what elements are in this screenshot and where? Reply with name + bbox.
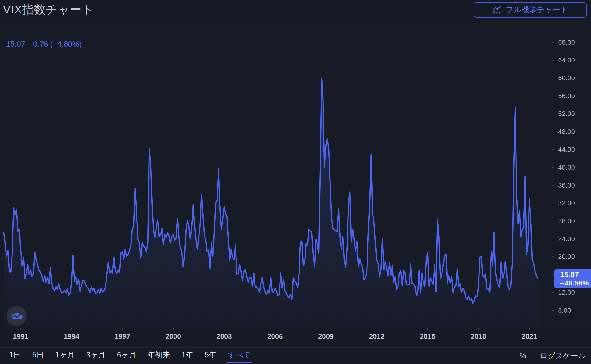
x-axis-label: 2003 [216,332,232,340]
y-axis-tick [552,292,554,293]
y-axis-tick [552,185,554,186]
y-axis-label: 36.00 [558,182,575,189]
range-button-3ヶ月[interactable]: 3ヶ月 [86,348,106,363]
x-axis-tick [427,328,428,330]
y-axis-label: 28.00 [558,217,575,225]
range-button-5日[interactable]: 5日 [32,348,44,363]
x-axis-tick [377,328,377,330]
bottom-toolbar: 1日5日1ヶ月3ヶ月6ヶ月年初来1年5年すべて % ログスケール [0,348,591,364]
y-axis-label: 8.00 [558,307,571,314]
y-axis-label: 64.00 [558,56,575,64]
series-line [4,78,538,304]
x-axis-label: 2012 [369,332,385,340]
range-button-1日[interactable]: 1日 [9,348,21,363]
last-price-change-pct: −40.58% [560,279,591,287]
y-axis-label: 48.00 [558,128,575,136]
quote-summary: 15.07−0.76 (−4.80%) [6,40,85,48]
y-axis-tick [552,203,554,203]
y-axis-label: 60.00 [558,74,575,82]
range-button-5年[interactable]: 5年 [204,348,217,363]
x-axis-label: 2015 [420,332,436,340]
y-axis-label: 40.00 [558,163,575,171]
y-axis-tick [552,256,554,257]
x-axis-tick [122,328,123,330]
full-chart-button[interactable]: フル機能チャート [474,2,587,18]
x-axis-label: 2018 [471,332,486,340]
y-axis-label: 24.00 [558,235,575,243]
x-axis-tick [20,328,21,330]
log-scale-button[interactable]: ログスケール [540,351,586,361]
range-button-すべて[interactable]: すべて [227,348,251,363]
vix-chart-widget: VIX指数チャート フル機能チャート [0,0,591,364]
x-axis-tick [326,328,326,330]
page-title: VIX指数チャート [3,2,94,17]
x-axis-label: 2021 [522,332,537,340]
y-axis-label: 68.00 [558,39,575,46]
price-line-chart[interactable] [0,23,591,328]
x-axis-label: 1991 [13,332,29,340]
y-axis-tick [552,239,554,239]
y-axis-label: 32.00 [558,199,575,207]
x-axis-label: 2009 [318,332,334,340]
y-axis-tick [552,274,554,275]
y-axis-label: 20.00 [558,253,575,260]
y-axis-label: 52.00 [558,110,575,118]
range-selector: 1日5日1ヶ月3ヶ月6ヶ月年初来1年5年すべて [9,348,251,363]
y-axis-tick [552,132,554,132]
y-axis-tick [552,167,554,168]
y-axis-tick [552,96,554,96]
x-axis-tick [71,328,72,330]
y-axis-tick [552,114,554,114]
x-axis-tick [275,328,275,330]
quote-change: −0.76 (−4.80%) [29,40,82,48]
header: VIX指数チャート フル機能チャート [0,0,591,23]
range-button-1ヶ月[interactable]: 1ヶ月 [55,348,75,363]
x-axis-tick [529,328,530,330]
y-axis-tick [552,149,554,150]
chart-icon [492,5,502,15]
x-axis-label: 1997 [115,332,130,340]
y-axis-tick [552,310,554,311]
range-button-1年[interactable]: 1年 [181,348,193,363]
x-axis-line [0,328,591,328]
y-axis-tick [552,221,554,221]
full-chart-button-label: フル機能チャート [506,5,568,15]
cloud-chart-logo-icon [10,309,23,323]
series-area-fill [4,78,538,328]
range-button-6ヶ月[interactable]: 6ヶ月 [116,348,137,363]
quote-last-price: 15.07 [6,40,25,48]
x-axis-tick [478,328,479,330]
y-axis-label: 44.00 [558,146,575,153]
x-axis-label: 1994 [64,332,79,340]
x-axis-label: 2000 [166,332,181,340]
range-button-年初来[interactable]: 年初来 [147,348,170,363]
y-axis-tick [552,60,554,60]
y-axis-tick [552,42,554,43]
scale-controls: % ログスケール [520,351,586,361]
percent-scale-button[interactable]: % [520,351,526,360]
last-price-value: 15.07 [560,270,591,279]
y-axis-tick [552,78,554,78]
tradingview-logo[interactable] [7,306,27,326]
x-axis-tick [173,328,173,330]
last-price-label: 15.07 −40.58% [554,269,591,288]
y-axis-label: 12.00 [558,289,575,296]
y-axis-label: 56.00 [558,92,575,100]
x-axis-tick [224,328,225,330]
x-axis-label: 2006 [267,332,283,340]
